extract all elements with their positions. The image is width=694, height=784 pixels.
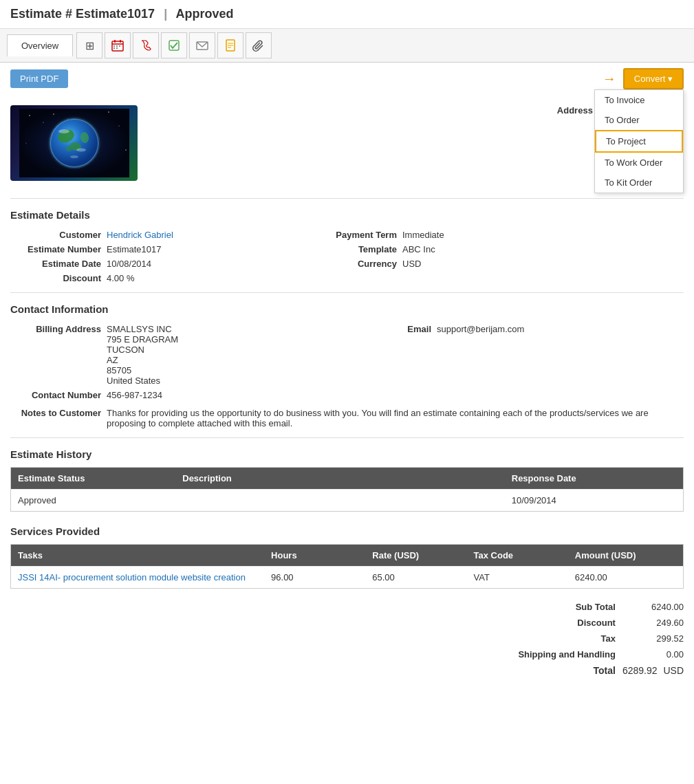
arrow-indicator: → — [603, 71, 616, 87]
estimate-date-label: Estimate Date — [10, 257, 107, 271]
total-amount: 6289.92 — [622, 665, 658, 676]
action-bar: Print PDF → Convert ▾ To Invoice To Orde… — [0, 63, 694, 95]
tab-icon-email[interactable] — [189, 32, 215, 58]
svg-point-32 — [70, 155, 78, 158]
services-row-rate: 65.00 — [372, 572, 473, 582]
tab-icon-calendar[interactable] — [105, 32, 131, 58]
email-value: support@berijam.com — [437, 322, 684, 388]
svg-point-18 — [53, 113, 54, 114]
payment-term-label: Payment Term — [313, 228, 402, 242]
currency-value: USD — [402, 257, 684, 271]
svg-rect-7 — [113, 47, 115, 49]
history-col-description: Description — [182, 473, 512, 483]
svg-point-29 — [65, 146, 72, 151]
contact-number-label: Contact Number — [10, 388, 107, 402]
tab-icon-phone[interactable] — [133, 32, 159, 58]
totals-section: Sub Total 6240.00 Discount 249.60 Tax 29… — [10, 589, 684, 689]
tab-icon-check[interactable] — [161, 32, 187, 58]
dropdown-to-order[interactable]: To Order — [595, 110, 683, 130]
customer-link[interactable]: Hendrick Gabriel — [107, 230, 173, 240]
convert-dropdown-menu: To Invoice To Order To Project To Work O… — [594, 89, 684, 193]
dropdown-to-invoice[interactable]: To Invoice — [595, 90, 683, 110]
divider-3 — [10, 437, 684, 438]
services-row-hours: 96.00 — [271, 572, 372, 582]
estimate-history-section: Estimate History Estimate Status Descrip… — [10, 448, 684, 512]
total-currency: USD — [663, 665, 684, 676]
totals-discount-value: 249.60 — [622, 615, 684, 631]
services-section: Services Provided Tasks Hours Rate (USD)… — [10, 525, 684, 589]
services-col-amount: Amount (USD) — [575, 550, 676, 560]
tab-icon-attachment[interactable] — [246, 32, 272, 58]
convert-button[interactable]: Convert ▾ — [623, 68, 684, 89]
services-table: Tasks Hours Rate (USD) Tax Code Amount (… — [10, 544, 684, 589]
billing-line1: SMALLSYS INC — [107, 324, 347, 334]
estimate-number-value: Estimate1017 — [107, 242, 313, 257]
history-row-description — [182, 495, 512, 505]
notes-value: Thanks for providing us the opportunity … — [107, 402, 684, 431]
svg-point-21 — [118, 125, 119, 126]
svg-point-30 — [58, 129, 69, 133]
dropdown-to-kit-order[interactable]: To Kit Order — [595, 173, 683, 193]
payment-term-value: Immediate — [402, 228, 684, 242]
services-row-amount: 6240.00 — [575, 572, 676, 582]
billing-line6: United States — [107, 375, 347, 386]
tab-overview[interactable]: Overview — [7, 34, 73, 56]
address-label: Address — [557, 105, 600, 116]
totals-discount-label: Discount — [485, 615, 622, 631]
svg-rect-8 — [116, 47, 118, 49]
task-link[interactable]: JSSI 14AI- procurement solution module w… — [18, 572, 246, 582]
template-label: Template — [313, 242, 402, 257]
svg-point-31 — [76, 149, 86, 152]
divider-1 — [10, 198, 684, 199]
tab-bar: Overview ⊞ — [0, 29, 694, 63]
email-label: Email — [347, 322, 437, 388]
shipping-label: Shipping and Handling — [485, 646, 622, 662]
services-col-tasks: Tasks — [18, 550, 271, 560]
services-table-header: Tasks Hours Rate (USD) Tax Code Amount (… — [11, 545, 683, 566]
history-row: Approved 10/09/2014 — [11, 489, 683, 511]
currency-label: Currency — [313, 257, 402, 271]
estimate-details-title: Estimate Details — [10, 209, 684, 221]
billing-address-value: SMALLSYS INC 795 E DRAGRAM TUCSON AZ 857… — [107, 322, 347, 388]
dropdown-to-work-order[interactable]: To Work Order — [595, 153, 683, 173]
svg-rect-4 — [113, 45, 115, 47]
svg-point-22 — [25, 143, 26, 144]
estimate-title: Estimate # Estimate1017 — [10, 7, 155, 21]
svg-rect-2 — [114, 40, 116, 43]
svg-rect-5 — [116, 45, 118, 47]
services-title: Services Provided — [10, 525, 684, 537]
print-pdf-button[interactable]: Print PDF — [10, 69, 68, 88]
estimate-details-section: Estimate Details Customer Hendrick Gabri… — [10, 209, 684, 285]
tab-icon-grid[interactable]: ⊞ — [76, 32, 102, 58]
customer-value[interactable]: Hendrick Gabriel — [107, 228, 313, 242]
estimate-details-table: Customer Hendrick Gabriel Payment Term I… — [10, 228, 684, 285]
divider-2 — [10, 292, 684, 293]
dropdown-to-project[interactable]: To Project — [595, 130, 683, 153]
services-row: JSSI 14AI- procurement solution module w… — [11, 566, 683, 588]
page-header: Estimate # Estimate1017 | Approved — [0, 0, 694, 29]
tab-icon-note[interactable] — [217, 32, 243, 58]
history-col-status: Estimate Status — [18, 473, 182, 483]
convert-dropdown-wrapper: Convert ▾ To Invoice To Order To Project… — [623, 68, 684, 89]
billing-line2: 795 E DRAGRAM — [107, 334, 347, 345]
company-logo — [10, 105, 138, 181]
totals-table: Sub Total 6240.00 Discount 249.60 Tax 29… — [485, 599, 684, 679]
estimate-status: Approved — [176, 7, 234, 21]
main-content: Address New Arcara Balangta San Fransisc… — [0, 95, 694, 689]
history-row-status: Approved — [18, 495, 182, 505]
svg-rect-3 — [120, 40, 121, 43]
notes-label: Notes to Customer — [10, 402, 107, 431]
tax-label: Tax — [485, 631, 622, 646]
estimate-history-title: Estimate History — [10, 448, 684, 460]
sub-total-value: 6240.00 — [622, 599, 684, 615]
services-row-task[interactable]: JSSI 14AI- procurement solution module w… — [18, 572, 271, 582]
contact-info-table: Billing Address SMALLSYS INC 795 E DRAGR… — [10, 322, 684, 431]
contact-info-title: Contact Information — [10, 303, 684, 315]
services-col-rate: Rate (USD) — [372, 550, 473, 560]
shipping-value: 0.00 — [622, 646, 684, 662]
total-value: 6289.92 USD — [622, 662, 684, 679]
tab-icons-group: ⊞ — [76, 29, 272, 62]
svg-point-20 — [108, 111, 109, 113]
billing-address-label: Billing Address — [10, 322, 107, 388]
page-title: Estimate # Estimate1017 | Approved — [10, 7, 234, 21]
